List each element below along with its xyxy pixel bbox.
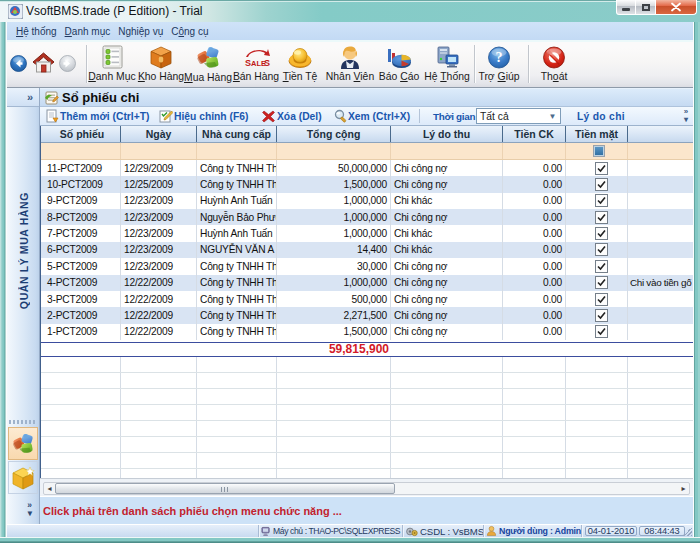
svg-text:S: S (264, 58, 270, 68)
svg-text:?: ? (496, 50, 503, 65)
